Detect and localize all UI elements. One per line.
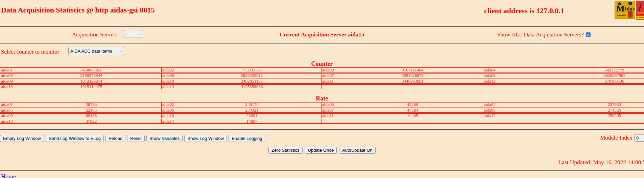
counter-server-name: aida10 [162, 79, 183, 84]
rate-server-name: aida03 [321, 102, 342, 107]
counter-cell: aida062826255012 [162, 73, 321, 78]
rate-server-name: aida02 [162, 102, 183, 107]
page-header: Data Acquisition Statistics @ http aidas… [0, 0, 644, 26]
counter-value: 4125358036 [183, 84, 321, 89]
rate-server-name: aida04 [483, 102, 504, 107]
chevron-down-icon: ⌵ [117, 49, 122, 53]
rate-cell: aida0522165 [0, 108, 162, 112]
counter-table: aida013458067855aida02773035737aida03310… [0, 67, 644, 89]
counter-value: 3594628878 [342, 73, 483, 78]
module-index-selected-value: 0 [636, 136, 639, 141]
counter-value: 3828397903 [504, 73, 644, 78]
select-counter-label: Select counter to monitor [1, 49, 59, 55]
rate-server-name: aida08 [483, 108, 504, 113]
log-toolbar: Empty Log WindowSend Log Window to ELogR… [0, 134, 644, 142]
rate-server-name: aida07 [321, 108, 342, 113]
module-index-select[interactable]: 0 ⌵ [634, 134, 644, 142]
counter-server-name: aida13 [0, 84, 21, 89]
page-title: Data Acquisition Statistics @ http aidas… [1, 6, 154, 14]
home-link[interactable]: Home [1, 173, 16, 178]
rate-server-name: aida05 [0, 108, 21, 113]
rate-value: 47684 [342, 108, 483, 113]
rate-cell: aida1337922 [0, 119, 162, 123]
tcl-powered-text: POWERED [636, 16, 644, 19]
counter-monitor-selected-value: AIDA ADC data items [70, 49, 112, 54]
counter-empty-cell [321, 85, 644, 89]
rate-server-name: aida06 [162, 108, 183, 113]
log-reset-button[interactable]: Reset [127, 135, 145, 142]
counter-server-name: aida11 [321, 79, 342, 84]
log-enable-logging-button[interactable]: Enable Logging [229, 135, 265, 142]
last-updated-text: Last Updated: May 16, 2022 14:00:5 [0, 159, 644, 166]
page-footer: . Home [0, 171, 644, 178]
rate-value: 234321 [183, 108, 321, 113]
counter-server-name: aida09 [0, 79, 21, 84]
stats-autoupdate-on-button[interactable]: AutoUpdate On [339, 147, 376, 154]
rate-cell: aida0138786 [0, 102, 162, 107]
counter-cell: aida12870180530 [483, 79, 644, 83]
rate-server-name: aida13 [0, 119, 21, 124]
tcl-logo-text: TCL! [637, 12, 644, 15]
counter-cell: aida091072429814 [0, 79, 162, 83]
rate-row: aida1337922aida1414867 [0, 119, 644, 124]
counter-cell: aida102402851135 [162, 79, 321, 83]
rate-value: 256205 [504, 113, 644, 118]
log-show-variables-button[interactable]: Show Variables [146, 135, 183, 142]
counter-row: aida131915414475aida144125358036 [0, 84, 644, 89]
divider-tables [0, 129, 644, 130]
counter-value: 2826255012 [183, 73, 321, 78]
counter-value: 542332779 [504, 67, 644, 73]
stats-zero-statistics-button[interactable]: Zero Statistics [268, 147, 302, 154]
counter-server-name: aida04 [483, 67, 504, 73]
counter-cell: aida131915414475 [0, 85, 162, 89]
rate-cell: aida12256205 [483, 114, 644, 118]
counter-value: 3458067855 [21, 67, 161, 73]
rate-row: aida0522165aida06234321aida0747684aida08… [0, 108, 644, 113]
counter-value: 2190978844 [21, 73, 161, 78]
tcl-powered-logo: ʃ TCL! POWERED [636, 1, 644, 20]
rate-cell: aida02248174 [162, 102, 321, 107]
show-all-servers-label: Show ALL Data Acquisition Servers? [497, 31, 584, 38]
rate-cell: aida0345266 [321, 102, 483, 107]
rate-cell: aida06234321 [162, 108, 321, 112]
counter-select-row: Select counter to monitor AIDA ADC data … [0, 44, 644, 59]
stats-update-once-button[interactable]: Update Once [305, 147, 337, 154]
counter-monitor-select[interactable]: AIDA ADC data items ⌵ [68, 47, 124, 55]
rate-server-name: aida10 [162, 113, 183, 118]
rate-server-name: aida14 [162, 119, 183, 124]
rate-empty-cell [321, 119, 644, 123]
counter-value: 3446963881 [342, 79, 483, 84]
counter-cell: aida083828397903 [483, 73, 644, 78]
acquisition-server-row: Acquisition Servers - ⌵ Current Acquisit… [0, 27, 644, 43]
show-all-servers-checkbox[interactable]: ✓ [586, 32, 591, 37]
client-address-text: client address is 127.0.0.1 [484, 6, 564, 15]
log-reload-button[interactable]: Reload [105, 135, 125, 142]
log-show-log-window-button[interactable]: Show Log Window [184, 135, 227, 142]
counter-value: 3107111404 [342, 67, 483, 73]
rate-row: aida0968138aida1023691aida1114405aida122… [0, 113, 644, 118]
rate-cell: aida1414867 [162, 119, 321, 123]
counter-cell: aida113446963881 [321, 79, 483, 83]
rate-value: 271326 [504, 108, 644, 113]
counter-row: aida091072429814aida102402851135aida1134… [0, 79, 644, 84]
counter-cell: aida02773035737 [162, 68, 321, 72]
midas-mini-badge-icon: ʃ [628, 11, 633, 18]
rate-value: 45266 [342, 102, 483, 107]
counter-server-name: aida08 [483, 73, 504, 78]
counter-server-name: aida05 [0, 73, 21, 78]
counter-value: 1915414475 [21, 84, 161, 89]
counter-server-name: aida12 [483, 79, 504, 84]
rate-server-name: aida09 [0, 113, 21, 118]
rate-value: 248174 [183, 102, 321, 107]
rate-value: 257963 [504, 102, 644, 107]
counter-value: 2402851135 [183, 79, 321, 84]
rate-value: 68138 [21, 113, 161, 118]
show-all-servers-group: Show ALL Data Acquisition Servers? ✓ [497, 31, 591, 38]
counter-server-name: aida06 [162, 73, 183, 78]
counter-section-title: Counter [0, 59, 644, 67]
log-send-log-window-to-elog-button[interactable]: Send Log Window to ELog [46, 135, 104, 142]
log-empty-log-window-button[interactable]: Empty Log Window [0, 135, 44, 142]
counter-server-name: aida07 [321, 73, 342, 78]
module-index-group: Module Index 0 ⌵ [600, 134, 644, 142]
rate-server-name: aida11 [321, 113, 342, 118]
